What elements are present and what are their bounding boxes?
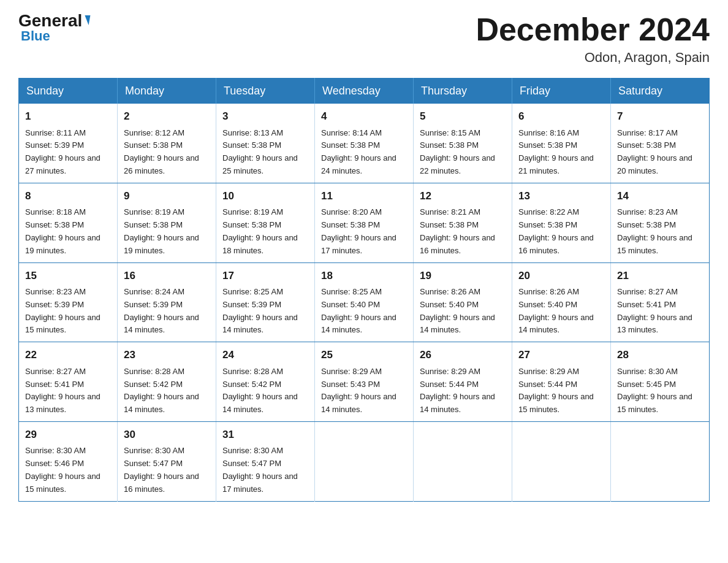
day-number: 29 xyxy=(25,427,111,443)
calendar-cell: 4 Sunrise: 8:14 AMSunset: 5:38 PMDayligh… xyxy=(315,104,414,183)
day-info: Sunrise: 8:11 AMSunset: 5:39 PMDaylight:… xyxy=(25,128,100,175)
day-info: Sunrise: 8:23 AMSunset: 5:38 PMDaylight:… xyxy=(617,207,692,255)
day-info: Sunrise: 8:16 AMSunset: 5:38 PMDaylight:… xyxy=(518,128,594,175)
day-number: 10 xyxy=(222,188,308,204)
calendar-cell: 10 Sunrise: 8:19 AMSunset: 5:38 PMDaylig… xyxy=(216,183,315,262)
calendar-cell: 28 Sunrise: 8:30 AMSunset: 5:45 PMDaylig… xyxy=(611,342,710,422)
day-info: Sunrise: 8:26 AMSunset: 5:40 PMDaylight:… xyxy=(518,287,594,334)
calendar-title: December 2024 xyxy=(476,12,710,47)
calendar-cell: 3 Sunrise: 8:13 AMSunset: 5:38 PMDayligh… xyxy=(216,104,315,183)
logo: General Blue xyxy=(18,12,89,44)
day-info: Sunrise: 8:29 AMSunset: 5:44 PMDaylight:… xyxy=(518,367,594,414)
day-number: 25 xyxy=(321,347,407,363)
weekday-header-saturday: Saturday xyxy=(611,79,710,104)
day-info: Sunrise: 8:28 AMSunset: 5:42 PMDaylight:… xyxy=(222,367,298,414)
weekday-header-thursday: Thursday xyxy=(414,79,512,104)
calendar-cell: 24 Sunrise: 8:28 AMSunset: 5:42 PMDaylig… xyxy=(216,342,315,422)
logo-text: General xyxy=(18,12,89,29)
calendar-cell: 2 Sunrise: 8:12 AMSunset: 5:38 PMDayligh… xyxy=(118,104,216,183)
day-info: Sunrise: 8:27 AMSunset: 5:41 PMDaylight:… xyxy=(25,367,100,414)
day-number: 23 xyxy=(124,347,210,363)
day-number: 21 xyxy=(617,268,703,284)
day-info: Sunrise: 8:29 AMSunset: 5:44 PMDaylight:… xyxy=(420,367,495,414)
day-number: 1 xyxy=(25,109,111,124)
title-area: December 2024 Odon, Aragon, Spain xyxy=(476,12,710,66)
day-number: 8 xyxy=(25,188,111,204)
calendar-cell: 29 Sunrise: 8:30 AMSunset: 5:46 PMDaylig… xyxy=(19,421,118,501)
weekday-header-friday: Friday xyxy=(512,79,611,104)
day-info: Sunrise: 8:17 AMSunset: 5:38 PMDaylight:… xyxy=(617,128,692,175)
day-number: 6 xyxy=(518,109,604,124)
day-info: Sunrise: 8:28 AMSunset: 5:42 PMDaylight:… xyxy=(124,367,199,414)
calendar-cell xyxy=(414,421,512,501)
day-number: 16 xyxy=(124,268,210,284)
calendar-cell: 17 Sunrise: 8:25 AMSunset: 5:39 PMDaylig… xyxy=(216,262,315,342)
calendar-cell: 11 Sunrise: 8:20 AMSunset: 5:38 PMDaylig… xyxy=(315,183,414,262)
calendar-cell: 9 Sunrise: 8:19 AMSunset: 5:38 PMDayligh… xyxy=(118,183,216,262)
day-number: 28 xyxy=(617,347,703,363)
day-number: 19 xyxy=(420,268,506,284)
day-info: Sunrise: 8:23 AMSunset: 5:39 PMDaylight:… xyxy=(25,287,100,334)
calendar-table: SundayMondayTuesdayWednesdayThursdayFrid… xyxy=(18,78,710,501)
calendar-subtitle: Odon, Aragon, Spain xyxy=(476,50,710,66)
calendar-cell: 23 Sunrise: 8:28 AMSunset: 5:42 PMDaylig… xyxy=(118,342,216,422)
day-number: 30 xyxy=(124,427,210,443)
day-number: 7 xyxy=(617,109,703,124)
day-number: 5 xyxy=(420,109,506,124)
day-number: 24 xyxy=(222,347,308,363)
calendar-cell: 7 Sunrise: 8:17 AMSunset: 5:38 PMDayligh… xyxy=(611,104,710,183)
page-header: General Blue December 2024 Odon, Aragon,… xyxy=(18,12,710,66)
logo-blue: Blue xyxy=(21,28,50,44)
day-number: 22 xyxy=(25,347,111,363)
calendar-cell: 15 Sunrise: 8:23 AMSunset: 5:39 PMDaylig… xyxy=(19,262,118,342)
weekday-header-monday: Monday xyxy=(118,79,216,104)
day-info: Sunrise: 8:21 AMSunset: 5:38 PMDaylight:… xyxy=(420,207,495,255)
calendar-cell: 22 Sunrise: 8:27 AMSunset: 5:41 PMDaylig… xyxy=(19,342,118,422)
day-number: 9 xyxy=(124,188,210,204)
calendar-cell: 26 Sunrise: 8:29 AMSunset: 5:44 PMDaylig… xyxy=(414,342,512,422)
day-info: Sunrise: 8:19 AMSunset: 5:38 PMDaylight:… xyxy=(124,207,199,255)
day-number: 27 xyxy=(518,347,604,363)
day-info: Sunrise: 8:20 AMSunset: 5:38 PMDaylight:… xyxy=(321,207,396,255)
day-number: 15 xyxy=(25,268,111,284)
day-info: Sunrise: 8:18 AMSunset: 5:38 PMDaylight:… xyxy=(25,207,100,255)
calendar-cell: 14 Sunrise: 8:23 AMSunset: 5:38 PMDaylig… xyxy=(611,183,710,262)
weekday-header-sunday: Sunday xyxy=(19,79,118,104)
day-number: 26 xyxy=(420,347,506,363)
day-info: Sunrise: 8:12 AMSunset: 5:38 PMDaylight:… xyxy=(124,128,199,175)
calendar-cell: 30 Sunrise: 8:30 AMSunset: 5:47 PMDaylig… xyxy=(118,421,216,501)
calendar-cell: 31 Sunrise: 8:30 AMSunset: 5:47 PMDaylig… xyxy=(216,421,315,501)
day-info: Sunrise: 8:15 AMSunset: 5:38 PMDaylight:… xyxy=(420,128,495,175)
day-number: 18 xyxy=(321,268,407,284)
weekday-header-row: SundayMondayTuesdayWednesdayThursdayFrid… xyxy=(19,79,710,104)
calendar-cell xyxy=(611,421,710,501)
day-info: Sunrise: 8:30 AMSunset: 5:46 PMDaylight:… xyxy=(25,446,100,493)
calendar-cell: 1 Sunrise: 8:11 AMSunset: 5:39 PMDayligh… xyxy=(19,104,118,183)
calendar-cell: 18 Sunrise: 8:25 AMSunset: 5:40 PMDaylig… xyxy=(315,262,414,342)
calendar-cell: 19 Sunrise: 8:26 AMSunset: 5:40 PMDaylig… xyxy=(414,262,512,342)
day-number: 2 xyxy=(124,109,210,124)
day-number: 14 xyxy=(617,188,703,204)
calendar-week-row: 22 Sunrise: 8:27 AMSunset: 5:41 PMDaylig… xyxy=(19,342,710,422)
day-number: 11 xyxy=(321,188,407,204)
day-number: 3 xyxy=(222,109,308,124)
calendar-cell: 16 Sunrise: 8:24 AMSunset: 5:39 PMDaylig… xyxy=(118,262,216,342)
calendar-week-row: 29 Sunrise: 8:30 AMSunset: 5:46 PMDaylig… xyxy=(19,421,710,501)
logo-general: General xyxy=(18,11,82,30)
day-info: Sunrise: 8:29 AMSunset: 5:43 PMDaylight:… xyxy=(321,367,396,414)
day-number: 31 xyxy=(222,427,308,443)
calendar-week-row: 8 Sunrise: 8:18 AMSunset: 5:38 PMDayligh… xyxy=(19,183,710,262)
calendar-cell: 13 Sunrise: 8:22 AMSunset: 5:38 PMDaylig… xyxy=(512,183,611,262)
day-info: Sunrise: 8:24 AMSunset: 5:39 PMDaylight:… xyxy=(124,287,199,334)
day-info: Sunrise: 8:13 AMSunset: 5:38 PMDaylight:… xyxy=(222,128,298,175)
calendar-cell: 5 Sunrise: 8:15 AMSunset: 5:38 PMDayligh… xyxy=(414,104,512,183)
day-info: Sunrise: 8:19 AMSunset: 5:38 PMDaylight:… xyxy=(222,207,298,255)
day-info: Sunrise: 8:27 AMSunset: 5:41 PMDaylight:… xyxy=(617,287,692,334)
day-info: Sunrise: 8:25 AMSunset: 5:40 PMDaylight:… xyxy=(321,287,396,334)
weekday-header-wednesday: Wednesday xyxy=(315,79,414,104)
day-info: Sunrise: 8:14 AMSunset: 5:38 PMDaylight:… xyxy=(321,128,396,175)
calendar-cell: 25 Sunrise: 8:29 AMSunset: 5:43 PMDaylig… xyxy=(315,342,414,422)
calendar-cell: 21 Sunrise: 8:27 AMSunset: 5:41 PMDaylig… xyxy=(611,262,710,342)
day-info: Sunrise: 8:30 AMSunset: 5:47 PMDaylight:… xyxy=(222,446,298,493)
calendar-cell xyxy=(315,421,414,501)
